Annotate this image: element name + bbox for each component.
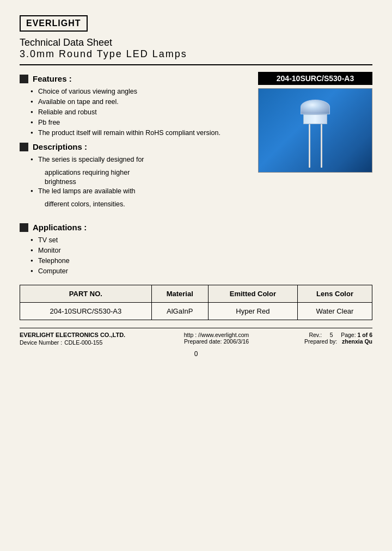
footer-center: http : //www.everlight.com Prepared date… [184,332,249,345]
footer-divider [20,328,372,328]
led-body [303,114,327,124]
footer-right: Rev.: 5 Page: 1 of 6 Prepared by: zhenxi… [304,332,372,345]
footer-company: EVERLIGHT ELECTRONICS CO.,LTD. [20,332,128,338]
applications-list: TV set Monitor Telephone Computer [20,236,253,275]
footer-prepared-by: Prepared by: zhenxia Qu [304,338,372,345]
main-content: Features : Choice of various viewing ang… [20,72,372,280]
table-header-material: Material [151,285,208,303]
title-line1: Technical Data Sheet [20,37,372,48]
list-item: Monitor [30,247,253,254]
footer-rev-label: Rev.: [309,332,322,338]
footer-prepared-date-label: Prepared date: [184,338,222,345]
descriptions-icon [20,143,28,151]
page-number: 0 [20,350,372,358]
list-item: Choice of various viewing angles [30,88,253,95]
led-pin-right [321,124,322,168]
footer-device-label: Device Number : [20,339,62,346]
footer-prepared-by-label: Prepared by: [304,338,337,345]
list-item: Available on tape and reel. [30,98,253,106]
list-item: The series is specially designed for [30,156,253,163]
table-cell-part: 204-10SURC/S530-A3 [20,303,152,320]
footer-rev-value: 5 [330,332,333,338]
title-block: Technical Data Sheet 3.0mm Round Type LE… [20,37,372,60]
footer-page-value: 1 of 6 [358,332,372,338]
desc-sub-1: applications requiring higher [20,169,253,176]
logo: EVERLIGHT [20,15,88,32]
list-item: Telephone [30,257,253,265]
list-item: Pb free [30,119,253,126]
left-column: Features : Choice of various viewing ang… [20,72,253,280]
table-cell-material: AlGaInP [151,303,208,320]
features-icon [20,75,28,83]
table-header-row: PART NO. Material Emitted Color Lens Col… [20,285,372,303]
part-number-label: 204-10SURC/S530-A3 [258,72,372,85]
descriptions-list-2: The led lamps are available with [20,187,253,195]
applications-header: Applications : [20,223,253,232]
table-header-part: PART NO. [20,285,152,303]
descriptions-header: Descriptions : [20,142,253,151]
footer-prepared-by-value: zhenxia Qu [342,338,372,345]
table-cell-emitted: Hyper Red [208,303,297,320]
table-cell-lens: Water Clear [298,303,372,320]
descriptions-list: The series is specially designed for [20,156,253,163]
list-item: Reliable and robust [30,108,253,116]
applications-icon [20,223,28,232]
descriptions-title: Descriptions : [33,142,87,151]
features-title: Features : [33,74,72,83]
footer: EVERLIGHT ELECTRONICS CO.,LTD. Device Nu… [20,332,372,346]
footer-prepared-date: Prepared date: 2006/3/16 [184,338,249,345]
table-header-emitted: Emitted Color [208,285,297,303]
footer-left: EVERLIGHT ELECTRONICS CO.,LTD. Device Nu… [20,332,128,346]
list-item: TV set [30,236,253,244]
desc-sub-3: different colors, intensities. [20,200,253,208]
title-line2: 3.0mm Round Type LED Lamps [20,48,372,60]
footer-device-number: CDLE-000-155 [64,339,102,346]
led-pin-left [309,124,310,168]
led-dome [301,100,330,114]
led-product-image [258,88,372,173]
desc-sub-2: brightness [20,178,253,186]
right-column: 204-10SURC/S530-A3 [253,72,372,280]
table-header-lens: Lens Color [298,285,372,303]
features-list: Choice of various viewing angles Availab… [20,88,253,137]
data-table: PART NO. Material Emitted Color Lens Col… [20,285,372,320]
features-header: Features : [20,74,253,83]
list-item: The led lamps are available with [30,187,253,195]
table-row: 204-10SURC/S530-A3 AlGaInP Hyper Red Wat… [20,303,372,320]
footer-page-label: Page: [341,332,356,338]
applications-title: Applications : [33,223,87,232]
footer-device: Device Number : CDLE-000-155 [20,339,128,346]
header-divider [20,64,372,65]
list-item: The product itself will remain within Ro… [30,129,253,137]
footer-rev-page: Rev.: 5 Page: 1 of 6 [304,332,372,338]
list-item: Computer [30,267,253,275]
footer-website: http : //www.everlight.com [184,332,249,338]
footer-prepared-date-value: 2006/3/16 [223,338,249,345]
page: EVERLIGHT Technical Data Sheet 3.0mm Rou… [0,0,392,551]
led-pins [303,124,327,168]
